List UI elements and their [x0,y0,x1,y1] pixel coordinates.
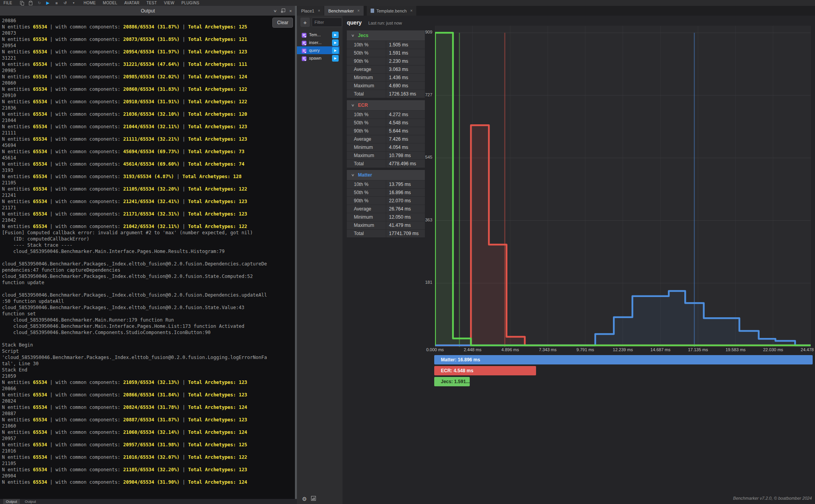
gear-icon[interactable]: ⚙ [302,496,307,502]
log-value: 20873/65534 (31.85%) [123,37,180,42]
menu-view[interactable]: VIEW [164,1,174,5]
x-tick-label: 19.583 ms [721,347,749,352]
log-value: Total Archetypes: 121 [188,37,247,42]
copy-icon[interactable] [20,0,25,5]
stat-label: 90th % [347,197,386,205]
panel-layout-icon[interactable] [311,495,316,502]
log-text: 21105 [2,180,16,186]
caret-down-icon[interactable]: ▾ [71,0,76,5]
filter-input[interactable] [312,18,342,27]
y-tick-label: 181 [406,280,432,285]
test-item-inser[interactable]: inser...▶ [297,39,339,46]
log-text: | with common components: [47,454,123,460]
close-icon[interactable]: × [357,9,360,13]
log-value: Total Archetypes: 122 [188,87,247,92]
menu-home[interactable]: HOME [83,1,96,5]
run-test-button[interactable]: ▶ [332,32,339,38]
log-line: cloud_5853950046.Benchmarker.Packages._I… [2,261,296,267]
test-item-label: Tem... [309,32,321,37]
log-line: N entities 65534 | with common component… [2,136,296,142]
log-text: | with common components: [47,161,123,167]
log-text: function set [2,311,36,317]
log-line: N entities 65534 | with common component… [2,161,296,167]
log-text: 21036 [2,105,16,111]
log-text: | with common components: [47,99,123,104]
log-value: Total Archetypes: 123 [188,467,247,472]
paste-icon[interactable] [28,0,33,5]
log-text: N entities [2,467,33,472]
run-test-button[interactable]: ▶ [332,39,339,46]
menu-file[interactable]: FILE [4,1,12,5]
stat-row: Average7.426 ms [347,135,425,143]
log-text: | with common components: [47,224,123,229]
run-test-button[interactable]: ▶ [332,55,339,62]
stat-row: Maximum41.479 ms [347,221,425,229]
stat-value: 4.690 ms [386,83,408,88]
x-tick-label: 4.896 ms [496,347,524,352]
log-line: 20985 [2,67,296,74]
test-item-query[interactable]: query▶ [297,46,339,54]
log-value: 65534 [33,380,47,385]
add-test-button[interactable]: + [300,18,310,27]
log-line: N entities 65534 | with common component… [2,186,296,192]
run-test-button[interactable]: ▶ [332,47,339,54]
redo-icon[interactable]: ↻ [37,0,42,5]
log-text: N entities [2,174,33,179]
log-line: N entities 65534 | with common component… [2,479,296,485]
stat-label: Average [347,205,386,213]
log-line: 21105 [2,460,296,467]
stat-label: Minimum [347,74,386,81]
chevron-down-icon: ∨ [351,173,355,177]
clear-button[interactable]: Clear [272,18,293,28]
log-line: pendencies:47 function captureDependenci… [2,267,296,273]
log-line: 21111 [2,130,296,136]
menu-plugins[interactable]: PLUGINS [181,1,199,5]
log-line: 20887 [2,410,296,417]
log-line: 20910 [2,92,296,99]
test-list-column [297,16,343,504]
bottom-tab-output[interactable]: Output [3,499,20,504]
log-line: N entities 65534 | with common component… [2,36,296,42]
log-text: pendencies:47 function captureDependenci… [2,267,120,273]
menu-test[interactable]: TEST [146,1,157,5]
log-value: 20904/65534 (31.90%) [123,479,180,485]
test-item-spawn[interactable]: spawn▶ [297,54,339,62]
stop-icon[interactable]: ■ [54,0,59,5]
close-icon[interactable]: × [289,9,292,13]
log-value: Total Archetypes: 128 [182,174,241,179]
tab-template-bench[interactable]: Template.bench× [367,6,417,16]
stat-row: Average3.063 ms [347,65,425,73]
log-line: [Fusion] Computed callback error: invali… [2,230,296,236]
test-item-Tem[interactable]: Tem...▶ [297,31,339,39]
log-text: cloud_5853950046.Benchmarker.Packages._I… [2,274,253,279]
log-text: | with common components: [47,417,123,423]
log-value: 20886/65534 (31.87%) [123,24,180,30]
close-icon[interactable]: × [318,9,320,13]
log-line: N entities 65534 | with common component… [2,379,296,386]
plugin-footer-icons: ⚙ [302,495,316,502]
log-value: Total Archetypes: 73 [188,149,245,154]
log-value: Total Archetypes: 122 [188,224,247,229]
output-panel-header: Output ∨ × [0,6,296,16]
stats-group-header-ecr[interactable]: ∨ECR [347,100,425,110]
tab-place1[interactable]: Place1× [297,6,324,16]
menu-avatar[interactable]: AVATAR [124,1,140,5]
legend-bar-matter: Matter: 16.896 ms [434,355,813,364]
tab-benchmarker[interactable]: Benchmarker× [324,6,363,16]
log-value: 21059/65534 (32.13%) [123,380,180,385]
close-icon[interactable]: × [410,9,412,13]
play-icon[interactable]: ▶ [45,0,50,5]
collapse-chevron-icon[interactable]: ∨ [273,9,277,13]
log-value: Total Archetypes: 122 [188,454,247,460]
log-value: 65534 [33,124,47,129]
undo-icon[interactable]: ↺ [62,0,67,5]
log-text: | with common components: [47,442,123,447]
y-tick-label: 545 [406,155,432,159]
menu-model[interactable]: MODEL [103,1,117,5]
bottom-tab-output[interactable]: Output [22,499,39,504]
log-value: 65534 [33,430,47,435]
popout-icon[interactable] [281,7,285,14]
log-text: 3193 [2,168,13,173]
log-text: cloud_5853950046.Benchmarker.Packages._I… [2,305,244,310]
stats-group-header-matter[interactable]: ∨Matter [347,170,425,180]
